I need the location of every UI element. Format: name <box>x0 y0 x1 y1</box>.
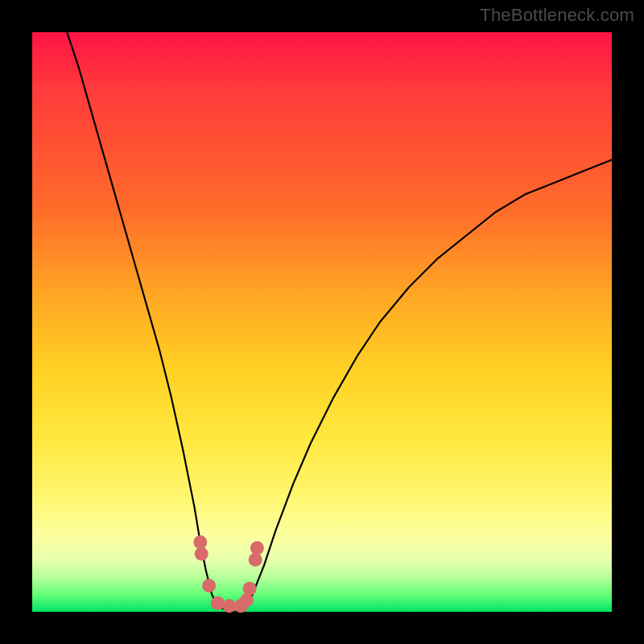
watermark-text: TheBottleneck.com <box>480 5 634 26</box>
plot-area <box>32 32 612 612</box>
marker-dot <box>250 541 264 555</box>
marker-dot <box>193 535 207 549</box>
chart-frame: TheBottleneck.com <box>0 0 644 644</box>
chart-svg <box>32 32 612 612</box>
marker-group <box>193 535 264 613</box>
marker-dot <box>249 553 262 567</box>
marker-dot <box>195 547 208 561</box>
marker-dot <box>202 579 216 592</box>
marker-dot <box>211 597 225 610</box>
marker-dot <box>240 593 254 607</box>
marker-dot <box>243 582 257 596</box>
bottleneck-curve <box>67 32 612 612</box>
